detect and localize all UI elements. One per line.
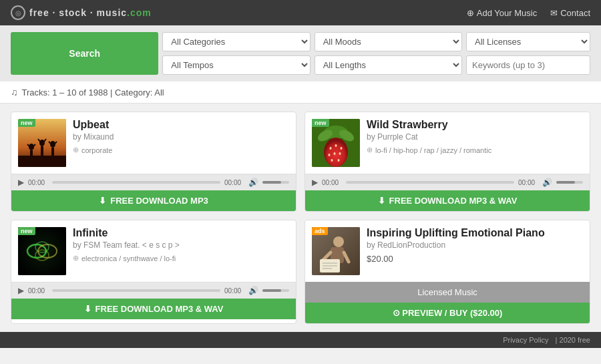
track-tags: ⊕ lo-fi / hip-hop / rap / jazzy / romant…	[367, 146, 583, 154]
volume-fill	[262, 181, 281, 184]
svg-point-20	[330, 147, 332, 150]
track-top: new	[11, 112, 296, 174]
track-card-infinite: new	[11, 220, 296, 324]
tracks-info: Tracks: 1 – 10 of 1988 | Category: All	[22, 87, 164, 98]
logo-icon: ◎	[11, 5, 25, 20]
progress-track[interactable]	[52, 181, 220, 184]
header: ◎ free · stock · music.com ⊕ Add Your Mu…	[0, 0, 601, 25]
progress-track[interactable]	[346, 181, 514, 184]
contact-icon: ✉	[550, 8, 558, 18]
track-info: Inspiring Uplifting Emotional Piano by R…	[367, 227, 583, 264]
svg-point-26	[331, 159, 333, 162]
download-label: FREE DOWNLOAD MP3 & WAV	[95, 304, 224, 314]
tag-icon: ⊕	[73, 146, 79, 154]
track-top: ads	[305, 220, 590, 282]
player-bar: ▶ 00:00 00:00 🔊	[305, 174, 590, 190]
tag-icon: ⊕	[73, 254, 79, 262]
contact-link[interactable]: ✉ Contact	[550, 8, 590, 18]
track-info: Wild Strawberry by Purrple Cat ⊕ lo-fi /…	[367, 119, 583, 154]
licenses-select[interactable]: All Licenses	[466, 32, 590, 51]
time-start: 00:00	[28, 179, 48, 186]
logo-suffix: .com	[127, 7, 152, 18]
download-button[interactable]: ⬇ FREE DOWNLOAD MP3 & WAV	[305, 190, 590, 211]
tags-text: lo-fi / hip-hop / rap / jazzy / romantic	[375, 146, 491, 154]
svg-point-21	[335, 144, 337, 147]
lengths-select[interactable]: All Lengths	[315, 55, 462, 75]
moods-select[interactable]: All Moods	[315, 32, 462, 51]
volume-bar[interactable]	[556, 181, 583, 184]
licensed-button[interactable]: Licensed Music	[305, 282, 590, 303]
play-button[interactable]: ▶	[18, 286, 24, 295]
volume-bar[interactable]	[262, 181, 289, 184]
track-artist: by RedLionProduction	[367, 240, 583, 250]
download-button[interactable]: ⬇ FREE DOWNLOAD MP3 & WAV	[11, 299, 296, 319]
contact-label: Contact	[560, 8, 590, 18]
tags-text: corporate	[81, 146, 112, 154]
volume-fill	[556, 181, 575, 184]
svg-point-22	[341, 147, 343, 150]
tags-text: electronica / synthwave / lo-fi	[81, 254, 176, 262]
privacy-policy-link[interactable]: Privacy Policy	[503, 336, 548, 344]
svg-point-23	[329, 154, 331, 156]
track-tags: ⊕ corporate	[73, 146, 289, 154]
track-thumbnail: new	[18, 119, 66, 167]
preview-button[interactable]: ⊙ PREVIEW / BUY ($20.00)	[305, 303, 590, 323]
track-info: Upbeat by Mixaund ⊕ corporate	[73, 119, 289, 154]
badge-new: new	[18, 119, 35, 127]
track-thumbnail: new	[312, 119, 360, 167]
header-nav: ⊕ Add Your Music ✉ Contact	[467, 8, 590, 18]
volume-fill	[262, 289, 281, 292]
download-label: FREE DOWNLOAD MP3	[110, 196, 208, 206]
time-end: 00:00	[518, 179, 538, 186]
track-artist: by Mixaund	[73, 132, 289, 142]
track-artist: by FSM Team feat. < e s c p >	[73, 240, 289, 250]
tag-icon: ⊕	[367, 146, 373, 154]
badge-new: new	[312, 119, 329, 127]
player-bar: ▶ 00:00 00:00 🔊	[11, 174, 296, 190]
track-tags: ⊕ electronica / synthwave / lo-fi	[73, 254, 289, 262]
svg-point-24	[334, 152, 336, 155]
logo: ◎ free · stock · music.com	[11, 5, 152, 20]
footer: Privacy Policy | 2020 free	[0, 332, 601, 348]
track-title: Upbeat	[73, 119, 289, 131]
volume-bar[interactable]	[262, 289, 289, 292]
tempos-select[interactable]: All Tempos	[162, 55, 310, 75]
download-icon: ⬇	[99, 196, 106, 206]
download-button[interactable]: ⬇ FREE DOWNLOAD MP3	[11, 190, 296, 211]
svg-point-34	[333, 236, 344, 247]
track-thumbnail: new	[18, 227, 66, 275]
keywords-input[interactable]	[466, 55, 590, 75]
track-title: Infinite	[73, 227, 289, 239]
volume-icon: 🔊	[248, 286, 258, 295]
track-top: new	[305, 112, 590, 174]
svg-rect-8	[51, 148, 54, 156]
search-button[interactable]: Search	[11, 32, 158, 75]
music-note-icon: ♫	[11, 87, 18, 98]
track-artist: by Purrple Cat	[367, 132, 583, 142]
categories-select[interactable]: All Categories	[162, 32, 310, 51]
tracks-bar: ♫ Tracks: 1 – 10 of 1988 | Category: All	[0, 81, 601, 104]
svg-point-19	[324, 138, 348, 167]
svg-rect-6	[41, 146, 43, 156]
svg-rect-2	[18, 156, 66, 167]
badge-new: new	[18, 227, 35, 235]
track-card-upbeat: new	[11, 112, 296, 212]
time-start: 00:00	[322, 179, 342, 186]
svg-point-5	[39, 140, 45, 146]
play-button[interactable]: ▶	[18, 178, 24, 187]
track-card-wild-strawberry: new	[305, 112, 590, 212]
progress-track[interactable]	[52, 289, 220, 292]
download-icon: ⬇	[378, 196, 385, 206]
svg-point-27	[338, 159, 340, 162]
track-thumbnail: ads	[312, 227, 360, 275]
volume-icon: 🔊	[248, 178, 258, 187]
add-music-link[interactable]: ⊕ Add Your Music	[467, 8, 537, 18]
add-music-label: Add Your Music	[477, 8, 537, 18]
time-end: 00:00	[224, 287, 244, 295]
add-music-icon: ⊕	[467, 8, 474, 18]
play-button[interactable]: ▶	[312, 178, 318, 187]
track-top: new	[11, 220, 296, 282]
svg-point-25	[339, 152, 341, 155]
track-title: Wild Strawberry	[367, 119, 583, 131]
footer-year: | 2020 free	[556, 336, 590, 344]
